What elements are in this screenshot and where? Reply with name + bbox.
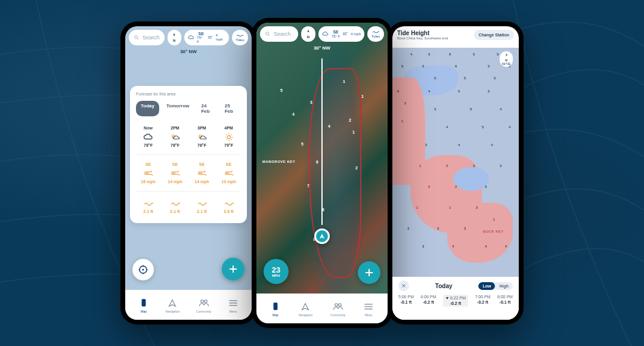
- svg-line-22: [268, 35, 270, 36]
- map-icon: [270, 301, 281, 312]
- cloud-icon: [322, 31, 329, 37]
- tide-toggle: Low High: [478, 282, 513, 290]
- phone-map: 5 3 4 4 5 6 7 8 9 2 1 1 1 2 MANGROVE KEY…: [252, 18, 392, 328]
- weather-pill[interactable]: SE75° F 4 mph: [318, 26, 364, 42]
- tide-today-label: Today: [435, 283, 453, 289]
- navbar: Map Navigation Community Menu: [125, 290, 252, 320]
- wave-icon: [224, 199, 234, 208]
- change-station-button[interactable]: Change Station: [474, 30, 514, 40]
- nav-community[interactable]: Community: [196, 298, 211, 313]
- nav-community[interactable]: Community: [330, 301, 345, 317]
- svg-rect-23: [273, 302, 277, 310]
- svg-line-11: [226, 139, 227, 140]
- phone-forecast: Search N SE75° F 4 mph Tides 30° NW Fore…: [120, 21, 256, 325]
- add-button[interactable]: [222, 258, 244, 280]
- tide-icon: [236, 33, 243, 38]
- svg-point-14: [143, 269, 144, 271]
- bearing-label: 30° NW: [180, 49, 197, 54]
- add-button[interactable]: [358, 261, 380, 284]
- plus-icon: [228, 264, 238, 274]
- search-icon: [265, 31, 271, 37]
- svg-point-21: [266, 32, 269, 35]
- community-icon: [199, 298, 209, 308]
- svg-rect-15: [141, 299, 145, 307]
- bearing-label: 30° NW: [314, 45, 330, 51]
- forecast-card: Forecast for this area Today Tomorrow 24…: [130, 86, 247, 223]
- heading-line: [321, 58, 323, 225]
- svg-line-1: [137, 38, 138, 39]
- locate-icon: [138, 264, 148, 275]
- svg-line-10: [231, 139, 231, 140]
- compass-n-icon: [171, 33, 177, 39]
- weather-pill[interactable]: SE75° F 4 mph: [184, 30, 229, 45]
- nav-map[interactable]: Map: [270, 301, 281, 317]
- cloud-icon: [143, 132, 154, 142]
- tides-button[interactable]: Tides: [232, 30, 248, 45]
- boat-arrow-icon: [318, 233, 326, 240]
- tab-tomorrow[interactable]: Tomorrow: [162, 101, 194, 116]
- sunny-icon: [224, 132, 234, 142]
- search-input[interactable]: Search: [260, 26, 298, 42]
- navigation-icon: [167, 298, 178, 308]
- nav-menu[interactable]: Menu: [363, 301, 374, 317]
- nav-map[interactable]: Map: [138, 298, 149, 313]
- nav-menu[interactable]: Menu: [228, 298, 239, 313]
- map-icon: [138, 298, 149, 308]
- tide-time-active[interactable]: 6:22 PM-0.2 ft: [443, 295, 468, 307]
- svg-line-12: [231, 134, 231, 135]
- svg-line-9: [226, 134, 227, 135]
- forecast-title: Forecast for this area: [136, 92, 241, 96]
- place-label: DUCK KEY: [483, 230, 504, 233]
- community-icon: [333, 301, 343, 312]
- boat-marker[interactable]: [314, 228, 330, 244]
- phone-tides: Tide Height Boca Chica Key, Southwest en…: [388, 21, 524, 325]
- tab-24feb[interactable]: 24 Feb: [196, 101, 217, 116]
- tide-header: Tide Height Boca Chica Key, Southwest en…: [397, 30, 514, 40]
- compass-n-icon: [305, 29, 311, 35]
- tide-times[interactable]: 5:06 PM-0.1 ft 6:06 PM-0.2 ft 6:22 PM-0.…: [398, 295, 513, 307]
- close-button[interactable]: [398, 280, 409, 291]
- svg-point-24: [335, 304, 338, 307]
- svg-point-0: [135, 36, 138, 39]
- search-input[interactable]: Search: [129, 30, 165, 45]
- wind-icon: [144, 169, 153, 178]
- search-icon: [134, 35, 140, 41]
- nav-navigation[interactable]: Navigation: [299, 301, 313, 317]
- compass-button[interactable]: N 56°NE: [500, 51, 513, 67]
- compass-button[interactable]: N: [301, 26, 315, 42]
- wind-icon: [224, 169, 234, 178]
- forecast-tabs: Today Tomorrow 24 Feb 25 Feb: [136, 101, 241, 116]
- nav-navigation[interactable]: Navigation: [166, 298, 180, 313]
- toggle-low[interactable]: Low: [478, 282, 495, 290]
- plus-icon: [364, 268, 374, 277]
- compass-button[interactable]: N: [168, 30, 181, 45]
- cloud-icon: [188, 35, 195, 41]
- tab-25feb[interactable]: 25 Feb: [220, 101, 241, 116]
- svg-point-17: [204, 300, 207, 303]
- navbar: Map Navigation Community Menu: [256, 294, 388, 323]
- wind-icon: [171, 169, 180, 178]
- wave-icon: [171, 199, 180, 208]
- tide-icon: [372, 30, 379, 35]
- tide-title: Tide Height: [397, 30, 448, 36]
- locate-button[interactable]: [132, 259, 154, 280]
- tide-subtitle: Boca Chica Key, Southwest end: [397, 36, 448, 40]
- topbar: Search N SE75° F 4 mph Tides: [129, 30, 248, 45]
- toggle-high[interactable]: High: [495, 282, 513, 290]
- partly-cloudy-icon: [197, 132, 208, 142]
- menu-icon: [228, 298, 239, 308]
- topbar: Search N SE75° F 4 mph Tides: [260, 26, 384, 42]
- speed-badge[interactable]: 23 MPH: [264, 259, 289, 284]
- tab-today[interactable]: Today: [136, 101, 159, 116]
- place-label: MANGROVE KEY: [262, 160, 295, 163]
- tide-footer: Today Low High 5:06 PM-0.1 ft 6:06 PM-0.…: [392, 277, 519, 320]
- menu-icon: [363, 301, 374, 312]
- compass-n-icon: [504, 53, 509, 58]
- navigation-icon: [300, 301, 311, 312]
- tide-map[interactable]: 45655 55655 555 02455 1354 454 244 1233 …: [392, 48, 519, 277]
- partly-cloudy-icon: [170, 132, 181, 142]
- wind-icon: [208, 35, 213, 41]
- tides-button[interactable]: Tides: [367, 26, 384, 42]
- wave-icon: [197, 199, 207, 208]
- close-icon: [401, 283, 406, 288]
